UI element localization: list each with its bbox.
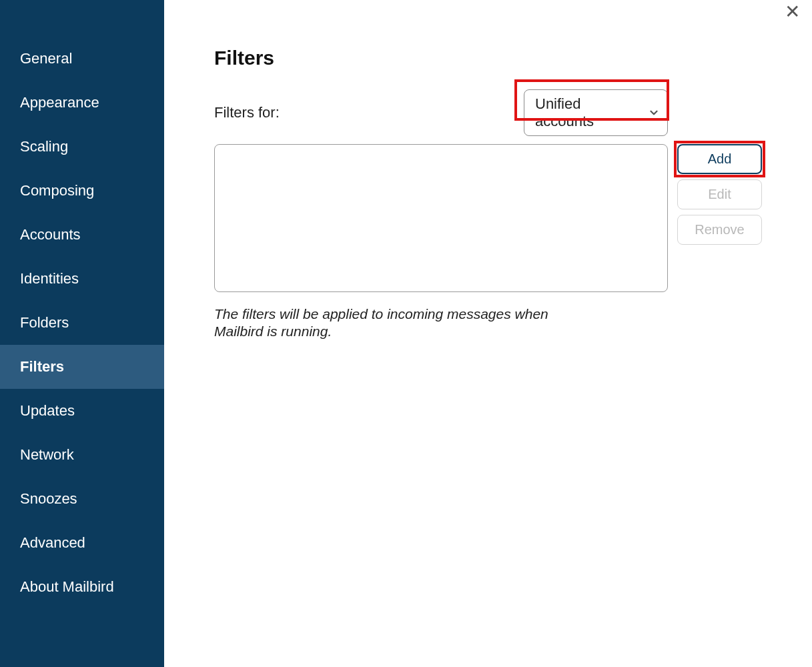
account-dropdown[interactable]: Unified accounts (524, 89, 668, 136)
sidebar-item-appearance[interactable]: Appearance (0, 81, 164, 125)
dropdown-container: Unified accounts (524, 89, 668, 136)
sidebar-item-snoozes[interactable]: Snoozes (0, 477, 164, 521)
filters-main-area: Add Edit Remove (214, 144, 765, 292)
sidebar-item-general[interactable]: General (0, 37, 164, 81)
sidebar-item-filters[interactable]: Filters (0, 345, 164, 389)
sidebar-item-scaling[interactable]: Scaling (0, 125, 164, 169)
page-title: Filters (214, 47, 765, 69)
sidebar-item-about[interactable]: About Mailbird (0, 565, 164, 609)
chevron-down-icon (648, 107, 660, 119)
sidebar-item-updates[interactable]: Updates (0, 389, 164, 433)
dropdown-value: Unified accounts (535, 95, 641, 130)
close-button[interactable]: ✕ (785, 3, 800, 21)
settings-sidebar: General Appearance Scaling Composing Acc… (0, 0, 164, 667)
filters-for-row: Filters for: Unified accounts (214, 89, 668, 136)
sidebar-item-network[interactable]: Network (0, 433, 164, 477)
filters-hint-text: The filters will be applied to incoming … (214, 305, 574, 341)
sidebar-item-accounts[interactable]: Accounts (0, 213, 164, 257)
sidebar-item-identities[interactable]: Identities (0, 257, 164, 301)
add-button[interactable]: Add (677, 144, 762, 174)
sidebar-item-advanced[interactable]: Advanced (0, 521, 164, 565)
edit-button: Edit (677, 179, 762, 209)
filter-buttons-column: Add Edit Remove (677, 144, 762, 245)
sidebar-item-composing[interactable]: Composing (0, 169, 164, 213)
sidebar-item-folders[interactable]: Folders (0, 301, 164, 345)
filters-for-label: Filters for: (214, 104, 280, 121)
filters-listbox[interactable] (214, 144, 668, 292)
remove-button: Remove (677, 215, 762, 245)
content-pane: Filters Filters for: Unified accounts Ad… (164, 0, 812, 667)
